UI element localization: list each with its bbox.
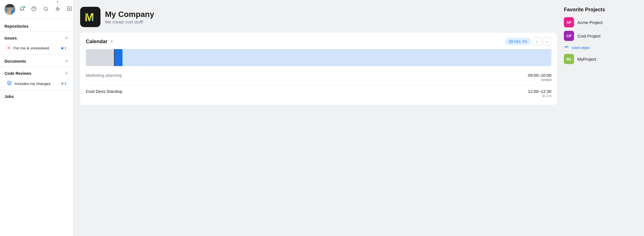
right-panel: Favorite Projects AP Acme Project CP Coo… bbox=[564, 7, 637, 229]
code-reviews-header: Code Reviews + bbox=[0, 68, 73, 78]
nav-section-documents: Documents + bbox=[0, 56, 73, 67]
red-arrow-indicator: ↑ bbox=[56, 0, 59, 5]
divider bbox=[0, 67, 73, 67]
documents-header: Documents + bbox=[0, 56, 73, 65]
event-time-standup: 12:00–12:30 bbox=[528, 89, 551, 94]
event-name-marketing: Marketing planning bbox=[86, 73, 122, 78]
code-reviews-badge: 3 bbox=[61, 82, 66, 86]
project-name-acme: Acme Project bbox=[577, 20, 603, 25]
timeline-future bbox=[122, 49, 551, 66]
project-list: AP Acme Project CP Cool Project bbox=[564, 17, 637, 64]
help-icon bbox=[31, 6, 36, 12]
svg-line-9 bbox=[47, 10, 47, 10]
calendar-event-standup: Cool Devs Standup 12:00–12:30 in 1 h bbox=[86, 86, 551, 101]
company-header: M My Company We create cool stuff! bbox=[80, 7, 557, 27]
company-tagline: We create cool stuff! bbox=[105, 19, 154, 24]
code-reviews-badge-count: 3 bbox=[64, 82, 66, 86]
nav-item-label: For me & unresolved bbox=[14, 46, 58, 50]
star-icon: ✳ bbox=[7, 45, 11, 51]
timeline-current bbox=[115, 49, 122, 66]
badge-dot-grey bbox=[61, 82, 63, 85]
divider bbox=[0, 31, 73, 32]
calendar-event-marketing: Marketing planning 09:00–10:00 ended bbox=[86, 69, 551, 86]
repo-item-cool-repo[interactable]: cool-repo bbox=[564, 44, 637, 51]
issues-header: Issues + bbox=[0, 33, 73, 42]
event-time-block-standup: 12:00–12:30 in 1 h bbox=[528, 89, 551, 98]
svg-rect-5 bbox=[5, 6, 7, 7]
sidebar: M bbox=[0, 0, 73, 236]
event-time-marketing: 09:00–10:00 bbox=[528, 73, 551, 78]
lightning-button[interactable]: ↑ bbox=[54, 5, 62, 13]
calendar-date-pill[interactable]: 28 Oct, Fri bbox=[505, 38, 531, 45]
jobs-title: Jobs bbox=[5, 94, 14, 99]
repo-name: cool-repo bbox=[572, 45, 590, 50]
favorite-projects-title: Favorite Projects bbox=[564, 7, 637, 13]
project-badge-cool: CP bbox=[564, 31, 574, 41]
documents-title: Documents bbox=[5, 59, 26, 64]
documents-add-button[interactable]: + bbox=[64, 59, 69, 64]
main-content: M My Company We create cool stuff! Calen… bbox=[73, 0, 644, 236]
project-badge-myproject: My bbox=[564, 54, 574, 64]
company-name: My Company bbox=[105, 10, 154, 19]
event-status-marketing: ended bbox=[528, 78, 551, 82]
divider bbox=[0, 90, 73, 90]
search-button[interactable] bbox=[42, 5, 50, 13]
sidebar-icon-group: ↑ bbox=[18, 5, 73, 13]
calendar-timeline bbox=[86, 49, 551, 66]
badge-dot-blue bbox=[61, 47, 63, 49]
project-item-acme[interactable]: AP Acme Project bbox=[564, 17, 637, 27]
event-status-standup: in 1 h bbox=[528, 94, 551, 98]
issues-badge-count: 1 bbox=[64, 46, 66, 50]
code-reviews-add-button[interactable]: + bbox=[64, 71, 69, 76]
repositories-header: Repositories bbox=[0, 21, 73, 30]
avatar[interactable]: M bbox=[5, 4, 15, 15]
sidebar-nav: Repositories Issues + ✳ For me & unresol… bbox=[0, 19, 73, 236]
svg-marker-10 bbox=[56, 7, 60, 11]
calendar-section: Calendar + 28 Oct, Fri ‹ › Marketing pla… bbox=[80, 33, 557, 105]
project-name-cool: Cool Project bbox=[577, 34, 601, 38]
project-name-myproject: MyProject bbox=[577, 57, 596, 62]
issues-add-button[interactable]: + bbox=[64, 36, 69, 41]
code-reviews-title: Code Reviews bbox=[5, 71, 31, 76]
nav-section-code-reviews: Code Reviews + Includes my changes 3 bbox=[0, 68, 73, 90]
calendar-prev-button[interactable]: ‹ bbox=[533, 37, 541, 46]
company-logo: M bbox=[80, 7, 100, 27]
repositories-title: Repositories bbox=[5, 24, 29, 29]
nav-item-for-me-unresolved[interactable]: ✳ For me & unresolved 1 bbox=[2, 43, 71, 53]
add-button[interactable] bbox=[65, 5, 73, 13]
nav-item-label: Includes my changes bbox=[15, 82, 58, 86]
event-name-standup: Cool Devs Standup bbox=[86, 89, 122, 94]
search-icon bbox=[43, 6, 48, 12]
nav-section-repositories: Repositories bbox=[0, 21, 73, 32]
nav-item-includes-my-changes[interactable]: Includes my changes 3 bbox=[2, 78, 71, 89]
repo-icon bbox=[564, 44, 569, 51]
svg-text:M: M bbox=[85, 11, 94, 23]
calendar-header: Calendar + 28 Oct, Fri ‹ › bbox=[80, 33, 557, 49]
bell-button[interactable] bbox=[18, 5, 26, 13]
svg-point-15 bbox=[566, 46, 567, 48]
bell-notification-dot bbox=[23, 6, 25, 8]
calendar-add-button[interactable]: + bbox=[110, 39, 113, 45]
help-button[interactable] bbox=[30, 5, 38, 13]
svg-point-8 bbox=[44, 7, 47, 10]
issues-title: Issues bbox=[5, 36, 17, 40]
calendar-events: Marketing planning 09:00–10:00 ended Coo… bbox=[80, 66, 557, 102]
event-time-block-marketing: 09:00–10:00 ended bbox=[528, 73, 551, 82]
calendar-next-button[interactable]: › bbox=[543, 37, 551, 46]
project-item-cool[interactable]: CP Cool Project bbox=[564, 31, 637, 41]
lightning-icon bbox=[55, 6, 60, 12]
calendar-date-nav: 28 Oct, Fri ‹ › bbox=[505, 37, 551, 46]
project-item-myproject[interactable]: My MyProject bbox=[564, 54, 637, 64]
project-badge-acme: AP bbox=[564, 17, 574, 27]
issues-badge: 1 bbox=[61, 46, 66, 50]
jobs-header: Jobs bbox=[0, 91, 73, 100]
avatar-badge: M bbox=[11, 11, 15, 15]
center-panel: M My Company We create cool stuff! Calen… bbox=[80, 7, 557, 229]
sidebar-header: M bbox=[0, 0, 73, 19]
nav-section-issues: Issues + ✳ For me & unresolved 1 bbox=[0, 33, 73, 55]
divider bbox=[0, 54, 73, 55]
calendar-title: Calendar bbox=[86, 39, 108, 45]
nav-section-jobs: Jobs bbox=[0, 91, 73, 100]
stamp-icon bbox=[7, 80, 12, 87]
timeline-past bbox=[86, 49, 114, 66]
